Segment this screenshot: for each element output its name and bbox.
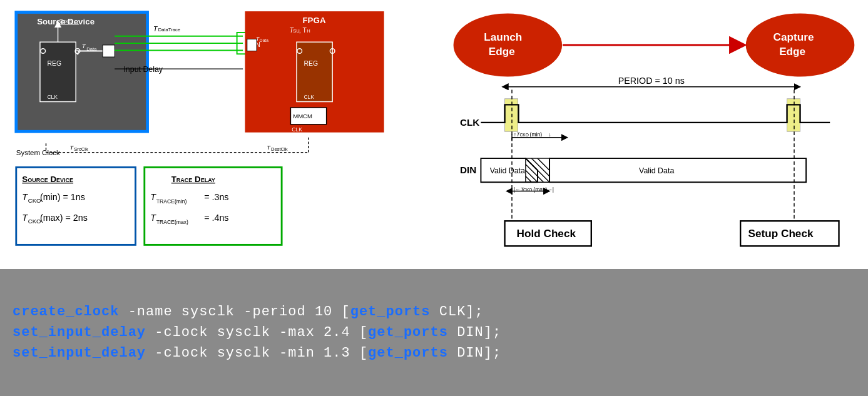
svg-text:Input Delay: Input Delay [123, 65, 163, 74]
code-section: create_clock -name sysclk -period 10 [ge… [0, 269, 868, 396]
svg-text:System Clock: System Clock [16, 149, 60, 156]
svg-rect-12 [103, 45, 115, 57]
svg-rect-79 [787, 99, 800, 131]
keyword-3: set_input_delay [13, 345, 146, 361]
svg-text:CKO: CKO [28, 197, 41, 204]
left-diagram: Source Device REG Q CLK T Data T [0, 0, 438, 269]
svg-text:CLK: CLK [47, 94, 58, 100]
svg-text:T: T [150, 192, 156, 202]
svg-text:↓: ↓ [548, 131, 551, 138]
svg-text:T: T [150, 213, 156, 223]
svg-text:REG: REG [304, 60, 318, 67]
svg-text:CLK: CLK [292, 126, 302, 133]
svg-text:PERIOD = 10 ns: PERIOD = 10 ns [618, 76, 685, 86]
code-text-3b: DIN]; [448, 345, 501, 361]
svg-text:CKO: CKO [63, 19, 71, 24]
svg-text:(min): (min) [530, 131, 543, 138]
svg-text:SrcClk: SrcClk [74, 146, 88, 152]
code-text-1: -name sysclk -period 10 [ [119, 304, 350, 320]
get-ports-3: get_ports [368, 345, 448, 361]
keyword-1: create_clock [13, 304, 119, 320]
svg-text:TRACE(max): TRACE(max) [156, 219, 188, 225]
svg-text:Edge: Edge [779, 45, 805, 58]
svg-text:CKO: CKO [519, 133, 528, 137]
svg-text:(max)→|: (max)→| [533, 186, 554, 193]
code-line-2: set_input_delay -clock sysclk -max 2.4 [… [13, 325, 855, 340]
svg-text:Data: Data [260, 38, 268, 43]
svg-rect-78 [505, 99, 518, 131]
svg-text:= .4ns: = .4ns [204, 213, 228, 223]
svg-text:CKO: CKO [523, 188, 532, 192]
svg-text:, T: , T [299, 27, 307, 34]
svg-text:CLK: CLK [304, 94, 314, 100]
svg-text:H: H [307, 28, 310, 34]
get-ports-1: get_ports [350, 304, 431, 320]
svg-text:Source Device: Source Device [22, 175, 73, 184]
get-ports-2: get_ports [368, 325, 448, 340]
code-line-3: set_input_delay -clock sysclk -min 1.3 [… [13, 345, 855, 361]
svg-text:(min) = 1ns: (min) = 1ns [40, 192, 85, 202]
svg-text:CLK: CLK [460, 117, 479, 128]
svg-rect-32 [247, 39, 257, 51]
setup-check-label: Setup Check [748, 227, 814, 240]
svg-text:(max) = 2ns: (max) = 2ns [40, 213, 88, 223]
svg-text:Edge: Edge [489, 45, 515, 58]
svg-text:DataTrace: DataTrace [158, 27, 180, 33]
svg-text:CKO: CKO [28, 218, 41, 225]
svg-text:Capture: Capture [774, 31, 814, 43]
code-text-2: -clock sysclk -max 2.4 [ [146, 325, 368, 340]
code-text-1b: CLK]; [431, 304, 484, 320]
keyword-2: set_input_delay [13, 325, 146, 340]
svg-marker-96 [549, 158, 806, 182]
svg-text:Valid Data: Valid Data [490, 166, 525, 175]
svg-text:Launch: Launch [484, 31, 522, 43]
svg-text:TRACE(min): TRACE(min) [156, 198, 187, 205]
svg-text:Valid Data: Valid Data [639, 166, 674, 175]
svg-text:DestClk: DestClk [271, 146, 288, 152]
hold-check-label: Hold Check [517, 227, 576, 240]
svg-text:FPGA: FPGA [302, 16, 325, 25]
code-text-2b: DIN]; [448, 325, 501, 340]
svg-text:|←T: |←T [514, 186, 524, 193]
svg-text:MMCM: MMCM [293, 113, 312, 119]
svg-text:Data: Data [86, 46, 97, 52]
code-line-1: create_clock -name sysclk -period 10 [ge… [13, 304, 855, 320]
svg-text:T: T [22, 213, 28, 223]
svg-text:Trace Delay: Trace Delay [171, 175, 215, 184]
top-section: Source Device REG Q CLK T Data T [0, 0, 868, 269]
svg-text:REG: REG [47, 60, 61, 67]
right-diagram: Launch Edge Capture Edge PERIOD = 10 ns … [438, 0, 868, 269]
svg-text:T: T [22, 192, 28, 202]
svg-text:= .3ns: = .3ns [204, 192, 228, 202]
code-text-3: -clock sysclk -min 1.3 [ [146, 345, 368, 361]
svg-text:DIN: DIN [460, 165, 476, 175]
